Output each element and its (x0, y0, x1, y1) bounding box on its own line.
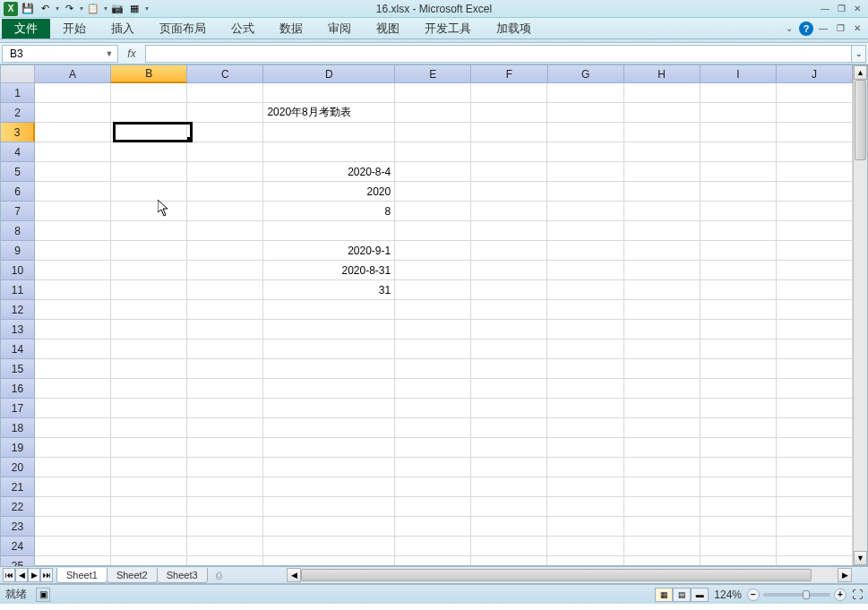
row-header-12[interactable]: 12 (1, 300, 35, 320)
view-pagelayout-button[interactable]: ▤ (673, 588, 691, 602)
tab-nav-last-button[interactable]: ⏭ (40, 568, 53, 582)
row-header-7[interactable]: 7 (1, 202, 35, 221)
cell-D22[interactable] (263, 497, 395, 517)
cell-B19[interactable] (111, 438, 187, 458)
cell-B21[interactable] (111, 477, 187, 497)
cell-J21[interactable] (777, 477, 853, 497)
cell-J6[interactable] (777, 182, 853, 202)
cell-G6[interactable] (547, 182, 623, 202)
cell-B23[interactable] (111, 517, 187, 537)
cell-D25[interactable] (263, 556, 395, 565)
cell-A3[interactable] (35, 123, 111, 142)
cell-F4[interactable] (471, 142, 547, 162)
hscroll-thumb[interactable] (301, 569, 812, 581)
cell-G1[interactable] (547, 83, 623, 103)
row-header-15[interactable]: 15 (1, 359, 35, 379)
tab-nav-next-button[interactable]: ▶ (28, 568, 40, 582)
cell-grid[interactable]: 2020年8月考勤表2020-8-4202082020-9-12020-8-31… (35, 83, 853, 565)
cell-C17[interactable] (187, 399, 263, 418)
cell-I13[interactable] (700, 320, 777, 339)
fx-button[interactable]: fx (124, 46, 140, 62)
doc-close-button[interactable]: ✕ (850, 22, 864, 35)
ribbon-tab-pagelayout[interactable]: 页面布局 (147, 18, 219, 39)
zoom-slider-thumb[interactable] (803, 590, 810, 599)
cell-A13[interactable] (35, 320, 111, 339)
doc-minimize-button[interactable]: — (816, 22, 830, 35)
cell-A17[interactable] (35, 399, 111, 418)
cell-G14[interactable] (547, 339, 623, 359)
cell-F16[interactable] (471, 379, 547, 399)
ribbon-tab-insert[interactable]: 插入 (99, 18, 147, 39)
cell-F11[interactable] (471, 280, 547, 300)
cell-G9[interactable] (547, 241, 623, 261)
cell-E12[interactable] (395, 300, 471, 320)
cell-E13[interactable] (395, 320, 471, 339)
cell-C23[interactable] (187, 517, 263, 537)
ribbon-tab-view[interactable]: 视图 (364, 18, 412, 39)
row-header-10[interactable]: 10 (1, 261, 35, 280)
cell-F18[interactable] (471, 418, 547, 438)
cell-D20[interactable] (263, 458, 395, 477)
cell-D4[interactable] (263, 142, 395, 162)
help-icon[interactable]: ? (799, 21, 813, 36)
save-icon[interactable]: 💾 (21, 2, 35, 16)
column-header-G[interactable]: G (548, 65, 624, 83)
cell-J8[interactable] (777, 221, 853, 241)
row-header-18[interactable]: 18 (1, 418, 35, 438)
hscroll-track[interactable] (301, 569, 838, 581)
cell-F24[interactable] (471, 537, 547, 556)
row-header-24[interactable]: 24 (1, 537, 35, 556)
view-pagebreak-button[interactable]: ▬ (691, 588, 709, 602)
ribbon-expand-icon[interactable]: ⌄ (782, 22, 796, 35)
cell-C14[interactable] (187, 339, 263, 359)
cell-D6[interactable]: 2020 (263, 182, 395, 202)
cell-F10[interactable] (471, 261, 547, 280)
cell-F6[interactable] (471, 182, 547, 202)
cell-C18[interactable] (187, 418, 263, 438)
sheet-tab-sheet2[interactable]: Sheet2 (107, 568, 158, 583)
minimize-button[interactable]: — (818, 3, 832, 15)
cell-E25[interactable] (395, 556, 471, 565)
cell-E5[interactable] (395, 162, 471, 182)
file-tab[interactable]: 文件 (2, 19, 50, 39)
cell-B13[interactable] (111, 320, 187, 339)
cell-A11[interactable] (35, 280, 111, 300)
cell-B18[interactable] (111, 418, 187, 438)
cell-H3[interactable] (624, 123, 700, 142)
cell-A9[interactable] (35, 241, 111, 261)
formula-input[interactable] (145, 45, 852, 63)
cell-D24[interactable] (263, 537, 395, 556)
cell-E9[interactable] (395, 241, 471, 261)
cell-H12[interactable] (624, 300, 700, 320)
cell-A4[interactable] (35, 142, 111, 162)
row-header-3[interactable]: 3 (1, 123, 35, 142)
cell-I15[interactable] (700, 359, 777, 379)
cell-C6[interactable] (187, 182, 263, 202)
cell-B22[interactable] (111, 497, 187, 517)
cell-G2[interactable] (547, 103, 623, 123)
cell-F1[interactable] (471, 83, 547, 103)
cell-F23[interactable] (471, 517, 547, 537)
cell-B12[interactable] (111, 300, 187, 320)
cell-J9[interactable] (777, 241, 853, 261)
row-header-2[interactable]: 2 (1, 103, 35, 123)
row-header-5[interactable]: 5 (1, 162, 35, 182)
cell-E24[interactable] (395, 537, 471, 556)
redo-dropdown-icon[interactable]: ▾ (80, 4, 83, 13)
cell-D16[interactable] (263, 379, 395, 399)
cell-D3[interactable] (263, 123, 395, 142)
cell-D23[interactable] (263, 517, 395, 537)
cell-C7[interactable] (187, 202, 263, 221)
cell-B1[interactable] (111, 83, 187, 103)
cell-C12[interactable] (187, 300, 263, 320)
row-header-21[interactable]: 21 (1, 477, 35, 497)
cell-E10[interactable] (395, 261, 471, 280)
zoom-in-button[interactable]: + (834, 589, 847, 601)
cell-E19[interactable] (395, 438, 471, 458)
horizontal-scrollbar[interactable]: ◀ ▶ (287, 568, 852, 582)
column-header-F[interactable]: F (471, 65, 547, 83)
cell-E6[interactable] (395, 182, 471, 202)
cell-A21[interactable] (35, 477, 111, 497)
cell-C9[interactable] (187, 241, 263, 261)
zoom-percent[interactable]: 124% (714, 589, 742, 601)
